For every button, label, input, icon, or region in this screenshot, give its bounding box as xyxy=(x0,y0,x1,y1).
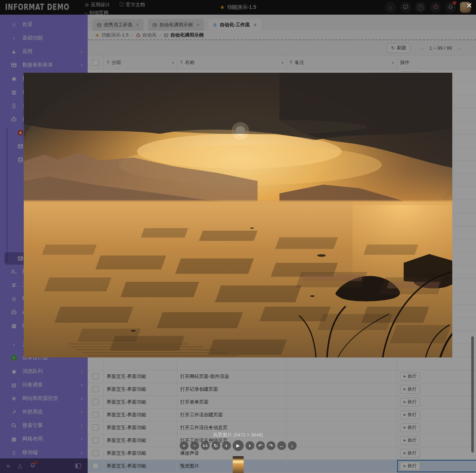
flip-vertical-button[interactable]: ↕ xyxy=(288,441,297,450)
rotate-left-button[interactable]: ↶ xyxy=(256,441,265,450)
play-button[interactable]: ▶ xyxy=(233,440,244,451)
next-image-button[interactable]: › xyxy=(245,441,254,450)
image-caption: 风景图片 (5472 × 3648) xyxy=(0,432,476,438)
flip-horizontal-button[interactable]: ↔ xyxy=(277,441,286,450)
image-viewer-toolbar: +−1:1↻‹▶›↶↷↔↕ xyxy=(0,440,476,451)
rotate-right-button[interactable]: ↷ xyxy=(267,441,275,450)
thumbnail-strip xyxy=(0,456,476,473)
preview-image[interactable] xyxy=(24,73,452,357)
prev-image-button[interactable]: ‹ xyxy=(222,441,231,450)
image-thumbnail[interactable] xyxy=(233,456,244,473)
zoom-in-button[interactable]: + xyxy=(180,441,189,450)
rotate-button[interactable]: ↻ xyxy=(212,441,220,450)
close-icon[interactable]: ✕ xyxy=(466,2,472,9)
actual-size-button[interactable]: 1:1 xyxy=(201,441,210,450)
app-root: INFORMAT DEMO ⚙应用设计ⓘ官方文档⌂织信官网 ★ 功能演示-1.5… xyxy=(0,0,476,473)
zoom-out-button[interactable]: − xyxy=(190,441,199,450)
